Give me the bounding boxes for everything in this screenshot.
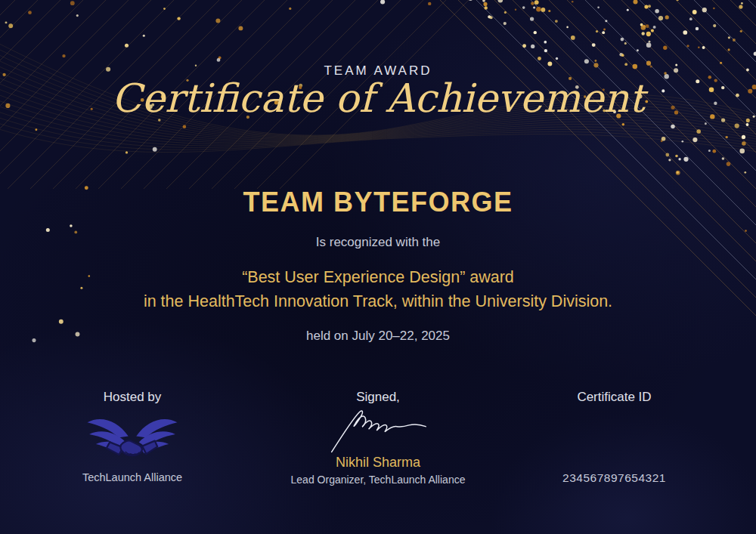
organizer-logo — [30, 412, 234, 468]
recipient-name: TEAM BYTEFORGE — [0, 187, 756, 218]
award-name-line: “Best User Experience Design” award — [0, 268, 756, 287]
signed-section: Signed, Nikhil Sharma Lead Organizer, Te… — [276, 387, 480, 500]
certificate-id-label: Certificate ID — [522, 390, 707, 405]
certificate-canvas: TEAM AWARD Certificate of Achievement TE… — [0, 0, 756, 534]
certificate-id-value: 234567897654321 — [522, 471, 707, 485]
event-date-line: held on July 20–22, 2025 — [0, 329, 756, 344]
winged-handshake-icon — [85, 412, 179, 465]
recognition-text: Is recognized with the — [0, 235, 756, 250]
hosted-by-label: Hosted by — [30, 390, 234, 405]
signed-label: Signed, — [276, 390, 480, 405]
footer: Hosted by — [0, 387, 756, 500]
hosted-by-section: Hosted by — [30, 387, 234, 500]
certificate-content: TEAM AWARD Certificate of Achievement TE… — [0, 0, 756, 534]
handwritten-signature-icon — [314, 406, 442, 455]
signature — [276, 406, 480, 458]
organizer-name: TechLaunch Alliance — [30, 471, 234, 483]
signatory-name: Nikhil Sharma — [276, 455, 480, 471]
certificate-id-section: Certificate ID 234567897654321 — [522, 387, 707, 500]
signatory-title: Lead Organizer, TechLaunch Alliance — [276, 474, 480, 486]
certificate-title: Certificate of Achievement — [0, 76, 756, 121]
award-track-line: in the HealthTech Innovation Track, with… — [0, 292, 756, 311]
